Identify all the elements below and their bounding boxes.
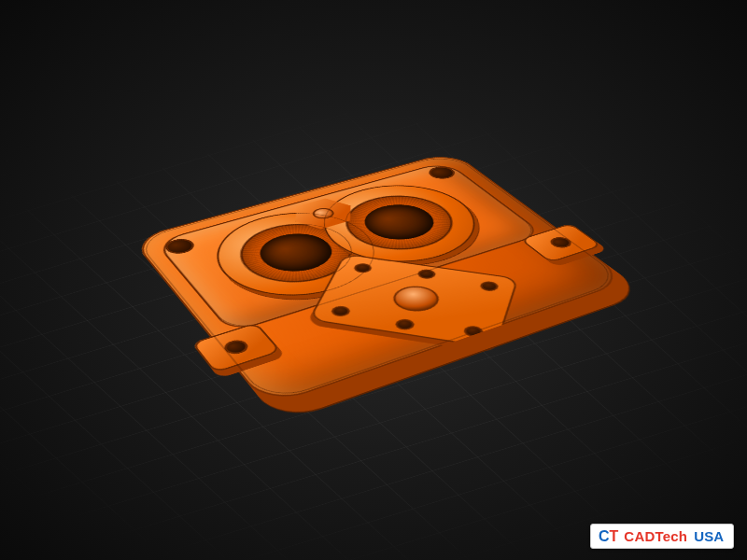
svg-rect-1 [156, 162, 543, 333]
diamond-flange-pad[interactable] [308, 254, 518, 349]
mounting-ear-right [520, 223, 602, 262]
svg-point-7 [425, 164, 459, 180]
vendor-region-text: USA [694, 528, 724, 544]
top-deck-surface [154, 161, 544, 332]
cad-viewport[interactable]: C T CADTech USA [0, 0, 747, 560]
housing-base-block[interactable] [131, 151, 629, 407]
threaded-boss-right[interactable] [297, 173, 505, 277]
svg-point-6 [162, 236, 198, 256]
mounting-ear-left [191, 322, 282, 372]
svg-point-2 [193, 200, 402, 312]
flange-bolt-hole [330, 305, 352, 317]
svg-point-5 [327, 187, 473, 260]
model-orbit-region[interactable] [112, 54, 635, 465]
threaded-bore [223, 215, 372, 294]
vendor-logo-icon: C T [599, 529, 618, 544]
flange-bolt-hole [416, 269, 437, 280]
flange-center-boss [388, 284, 443, 315]
corner-bolt-hole [162, 236, 198, 256]
flange-bolt-hole [479, 280, 500, 291]
vendor-brand-text: CADTech [624, 528, 687, 544]
vendor-watermark: C T CADTech USA [590, 524, 734, 549]
svg-point-3 [222, 214, 372, 294]
threaded-bore [328, 187, 473, 260]
flange-bolt-hole [352, 262, 373, 273]
threaded-boss-left[interactable] [192, 200, 404, 313]
flange-bolt-hole [462, 325, 484, 338]
logo-letter-c: C [599, 529, 610, 544]
logo-letter-t: T [610, 529, 619, 544]
model-root[interactable] [54, 123, 713, 464]
hex-plug-boss[interactable] [281, 193, 365, 234]
corner-bolt-hole [425, 164, 459, 180]
flange-bolt-hole [394, 318, 416, 331]
edge-overlay [131, 151, 629, 407]
svg-point-4 [298, 174, 503, 277]
